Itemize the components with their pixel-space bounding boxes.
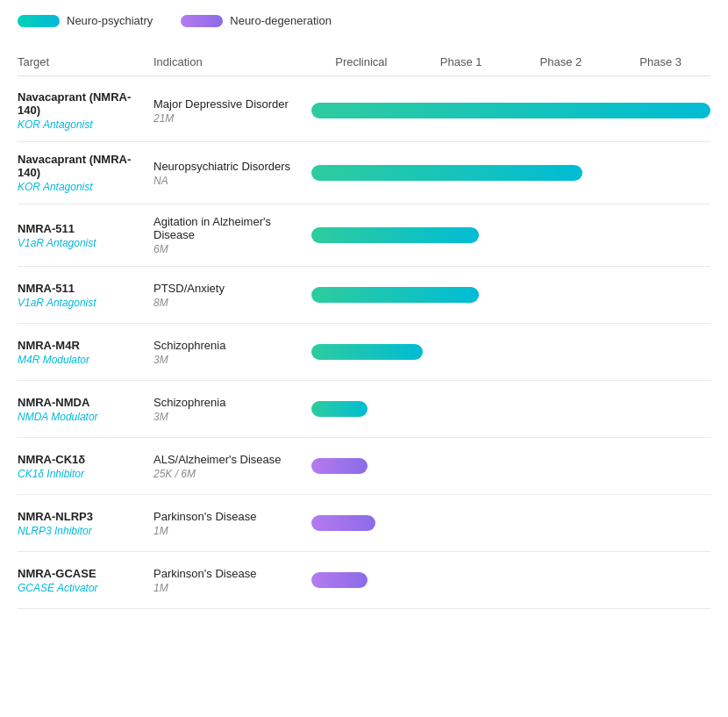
- pipeline-bar: [311, 572, 368, 588]
- bar-area: [311, 277, 710, 312]
- bar-area: [311, 448, 710, 484]
- indication-name: Parkinson's Disease: [153, 567, 311, 580]
- target-type: NMDA Modulator: [18, 411, 153, 423]
- pipeline-table: Target Indication Preclinical Phase 1 Ph…: [18, 48, 710, 609]
- bar-area: [311, 505, 710, 541]
- legend-item-degen: Neuro-degeneration: [181, 14, 332, 27]
- legend-item-neuro: Neuro-psychiatry: [18, 14, 153, 27]
- indication-cell: Parkinson's Disease 1M: [153, 510, 311, 537]
- indication-name: Agitation in Alzheimer's Disease: [153, 215, 311, 241]
- indication-cell: Major Depressive Disorder 21M: [153, 97, 311, 125]
- indication-cost: 1M: [153, 582, 311, 594]
- pipeline-bar: [311, 515, 375, 531]
- legend-label-degen: Neuro-degeneration: [230, 14, 332, 27]
- indication-cell: Parkinson's Disease 1M: [153, 567, 311, 594]
- indication-cost: 8M: [153, 297, 311, 309]
- indication-cell: PTSD/Anxiety 8M: [153, 282, 311, 309]
- bar-area: [311, 93, 710, 128]
- table-row: NMRA-511 V1aR Antagonist Agitation in Al…: [18, 204, 710, 267]
- target-name: NMRA-511: [18, 222, 153, 235]
- indication-name: Major Depressive Disorder: [153, 97, 311, 111]
- target-name: Navacaprant (NMRA-140): [18, 90, 153, 117]
- bar-area: [311, 563, 710, 598]
- target-type: V1aR Antagonist: [18, 297, 153, 309]
- indication-name: Schizophrenia: [153, 339, 311, 352]
- target-cell: NMRA-511 V1aR Antagonist: [18, 282, 153, 309]
- target-type: M4R Modulator: [18, 354, 153, 366]
- target-cell: NMRA-GCASE GCASE Activator: [18, 567, 153, 594]
- bar-area: [311, 218, 710, 253]
- indication-cost: 25K / 6M: [153, 468, 311, 480]
- indication-cost: 1M: [153, 525, 311, 537]
- indication-name: ALS/Alzheimer's Disease: [153, 453, 311, 466]
- indication-cell: Schizophrenia 3M: [153, 396, 311, 423]
- target-type: V1aR Antagonist: [18, 237, 153, 249]
- target-cell: NMRA-M4R M4R Modulator: [18, 339, 153, 366]
- target-type: KOR Antagonist: [18, 118, 153, 131]
- target-cell: NMRA-NMDA NMDA Modulator: [18, 396, 153, 423]
- neuro-psychiatry-icon: [18, 15, 60, 27]
- legend-label-neuro: Neuro-psychiatry: [67, 14, 153, 27]
- pipeline-bar: [311, 401, 368, 417]
- phase-preclinical: Preclinical: [311, 55, 411, 68]
- phase-2: Phase 2: [511, 55, 611, 68]
- target-cell: Navacaprant (NMRA-140) KOR Antagonist: [18, 153, 153, 193]
- target-type: GCASE Activator: [18, 582, 153, 594]
- indication-name: Neuropsychiatric Disorders: [153, 160, 311, 173]
- table-row: NMRA-NLRP3 NLRP3 Inhibitor Parkinson's D…: [18, 495, 710, 552]
- legend: Neuro-psychiatry Neuro-degeneration: [18, 14, 710, 27]
- table-row: NMRA-NMDA NMDA Modulator Schizophrenia 3…: [18, 381, 710, 438]
- table-row: NMRA-CK1δ CK1δ Inhibitor ALS/Alzheimer's…: [18, 438, 710, 495]
- header-target: Target: [18, 55, 153, 68]
- neuro-degeneration-icon: [181, 15, 223, 27]
- table-row: NMRA-GCASE GCASE Activator Parkinson's D…: [18, 552, 710, 609]
- target-name: NMRA-GCASE: [18, 567, 153, 580]
- target-type: NLRP3 Inhibitor: [18, 525, 153, 537]
- target-name: NMRA-NMDA: [18, 396, 153, 409]
- target-type: KOR Antagonist: [18, 181, 153, 193]
- table-row: NMRA-M4R M4R Modulator Schizophrenia 3M: [18, 324, 710, 381]
- table-row: NMRA-511 V1aR Antagonist PTSD/Anxiety 8M: [18, 267, 710, 324]
- target-name: NMRA-511: [18, 282, 153, 295]
- indication-name: Schizophrenia: [153, 396, 311, 409]
- phases-header: Preclinical Phase 1 Phase 2 Phase 3: [311, 55, 710, 68]
- indication-cell: ALS/Alzheimer's Disease 25K / 6M: [153, 453, 311, 480]
- phase-1: Phase 1: [411, 55, 511, 68]
- pipeline-bar: [311, 165, 582, 181]
- indication-cost: 21M: [153, 112, 311, 125]
- bar-area: [311, 334, 710, 369]
- header-indication: Indication: [153, 55, 311, 68]
- indication-name: Parkinson's Disease: [153, 510, 311, 523]
- table-row: Navacaprant (NMRA-140) KOR Antagonist Ne…: [18, 142, 710, 204]
- pipeline-bar: [311, 103, 710, 118]
- table-row: Navacaprant (NMRA-140) KOR Antagonist Ma…: [18, 80, 710, 142]
- pipeline-bar: [311, 287, 479, 303]
- indication-cell: Schizophrenia 3M: [153, 339, 311, 366]
- indication-cost: 3M: [153, 354, 311, 366]
- indication-cell: Agitation in Alzheimer's Disease 6M: [153, 215, 311, 255]
- target-name: Navacaprant (NMRA-140): [18, 153, 153, 179]
- pipeline-bar: [311, 458, 368, 474]
- table-body: Navacaprant (NMRA-140) KOR Antagonist Ma…: [18, 80, 710, 609]
- target-cell: NMRA-CK1δ CK1δ Inhibitor: [18, 453, 153, 480]
- pipeline-bar: [311, 344, 423, 360]
- target-name: NMRA-CK1δ: [18, 453, 153, 466]
- indication-cost: NA: [153, 175, 311, 187]
- target-type: CK1δ Inhibitor: [18, 468, 153, 480]
- pipeline-bar: [311, 227, 479, 243]
- indication-name: PTSD/Anxiety: [153, 282, 311, 295]
- phase-3: Phase 3: [610, 55, 710, 68]
- indication-cell: Neuropsychiatric Disorders NA: [153, 160, 311, 187]
- indication-cost: 3M: [153, 411, 311, 423]
- target-name: NMRA-NLRP3: [18, 510, 153, 523]
- bar-area: [311, 155, 710, 190]
- target-cell: NMRA-511 V1aR Antagonist: [18, 222, 153, 249]
- table-header: Target Indication Preclinical Phase 1 Ph…: [18, 48, 710, 76]
- bar-area: [311, 391, 710, 427]
- target-name: NMRA-M4R: [18, 339, 153, 352]
- target-cell: Navacaprant (NMRA-140) KOR Antagonist: [18, 90, 153, 131]
- indication-cost: 6M: [153, 243, 311, 255]
- target-cell: NMRA-NLRP3 NLRP3 Inhibitor: [18, 510, 153, 537]
